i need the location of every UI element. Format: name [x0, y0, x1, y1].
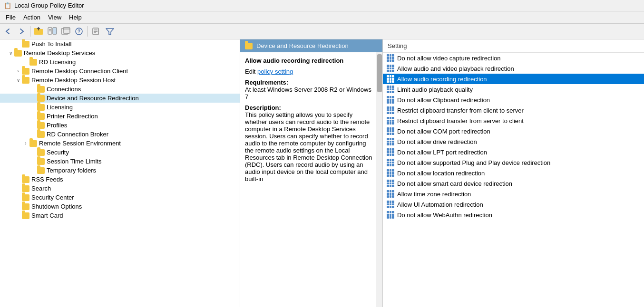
tree-item-connections[interactable]: Connections [0, 85, 240, 94]
policy-icon [387, 65, 394, 72]
svg-text:?: ? [78, 29, 80, 34]
tree-item-temporary-folders[interactable]: Temporary folders [0, 166, 240, 175]
tree-item-remote-session-env[interactable]: › Remote Session Environment [0, 139, 240, 148]
tree-item-remote-desktop-services[interactable]: ∨ Remote Desktop Services [0, 48, 240, 58]
desc-scrollbar[interactable] [376, 52, 382, 307]
expand-remote-desktop-services[interactable]: ∨ [8, 50, 13, 56]
policy-icon [387, 180, 394, 187]
setting-label-8: Do not allow drive redirection [397, 138, 477, 145]
setting-label-7: Do not allow COM port redirection [397, 128, 490, 135]
settings-panel: Setting Do not allow video capture redir… [383, 39, 644, 307]
setting-item-15[interactable]: Do not allow WebAuthn redirection [383, 210, 644, 220]
new-window-button[interactable] [59, 25, 72, 38]
folder-icon [37, 167, 45, 174]
tree-label-temporary-folders: Temporary folders [47, 167, 96, 174]
expand-rdsh[interactable]: ∨ [15, 77, 21, 83]
tree-item-profiles[interactable]: Profiles [0, 121, 240, 130]
expand-rdcc[interactable]: › [15, 68, 21, 74]
tree-label-rdsh: Remote Desktop Session Host [31, 77, 116, 84]
menu-action[interactable]: Action [20, 12, 44, 22]
tree-label-remote-session-env: Remote Session Environment [39, 140, 121, 147]
setting-item-6[interactable]: Restrict clipboard transfer from server … [383, 115, 644, 126]
tree-item-rd-licensing[interactable]: RD Licensing [0, 58, 240, 67]
tree-item-shutdown-options[interactable]: Shutdown Options [0, 202, 240, 211]
setting-item-5[interactable]: Restrict clipboard transfer from client … [383, 105, 644, 115]
expand-placeholder [30, 114, 36, 119]
desc-header-title: Device and Resource Redirection [256, 42, 349, 49]
tree-panel[interactable]: Push To Install ∨ Remote Desktop Service… [0, 39, 240, 307]
folder-icon [37, 113, 45, 120]
tree-item-security-center[interactable]: Security Center [0, 193, 240, 202]
policy-icon [387, 54, 394, 62]
help-button[interactable]: ? [73, 25, 85, 38]
desc-content[interactable]: Allow audio recording redirection Edit p… [240, 52, 382, 307]
setting-label-15: Do not allow WebAuthn redirection [397, 211, 492, 219]
menu-view[interactable]: View [44, 12, 65, 22]
setting-item-9[interactable]: Do not allow LPT port redirection [383, 147, 644, 157]
desc-scroll-thumb[interactable] [377, 54, 382, 92]
menu-help[interactable]: Help [65, 12, 86, 22]
up-button[interactable] [33, 25, 45, 38]
desc-requirements-section: Requirements: At least Windows Server 20… [245, 79, 373, 100]
tree-item-rd-connection-broker[interactable]: RD Connection Broker [0, 130, 240, 139]
setting-label-13: Allow time zone redirection [397, 191, 471, 198]
expand-placeholder [23, 59, 29, 65]
tree-item-session-time-limits[interactable]: Session Time Limits [0, 157, 240, 166]
forward-icon [18, 28, 25, 35]
desc-requirements-text: At least Windows Server 2008 R2 or Windo… [245, 86, 373, 100]
setting-item-10[interactable]: Do not allow supported Plug and Play dev… [383, 157, 644, 168]
folder-icon [29, 140, 37, 147]
policy-icon [387, 148, 394, 156]
setting-item-3[interactable]: Limit audio playback quality [383, 84, 644, 95]
up-folder-icon [34, 27, 44, 36]
setting-item-14[interactable]: Allow UI Automation redirection [383, 199, 644, 210]
tree-item-rss-feeds[interactable]: RSS Feeds [0, 175, 240, 184]
folder-icon [14, 50, 22, 57]
show-hide-console-tree[interactable] [46, 25, 59, 38]
setting-item-4[interactable]: Do not allow Clipboard redirection [383, 95, 644, 105]
policy-icon [387, 190, 394, 198]
tree-item-smart-card[interactable]: Smart Card [0, 211, 240, 220]
tree-item-search[interactable]: Search [0, 184, 240, 193]
tree-item-rdcc[interactable]: › Remote Desktop Connection Client [0, 67, 240, 76]
tree-label-printer-redirection: Printer Redirection [47, 113, 98, 120]
tree-item-rdsh[interactable]: ∨ Remote Desktop Session Host [0, 76, 240, 85]
folder-icon [37, 149, 45, 156]
properties-button[interactable] [90, 25, 103, 38]
setting-item-2[interactable]: Allow audio recording redirection [383, 74, 644, 84]
setting-label-4: Do not allow Clipboard redirection [397, 96, 490, 104]
policy-icon [387, 127, 394, 135]
back-button[interactable] [2, 25, 14, 38]
desc-policy-title: Allow audio recording redirection [245, 57, 373, 64]
policy-icon [387, 159, 394, 166]
filter-icon [105, 27, 115, 36]
setting-item-12[interactable]: Do not allow smart card device redirecti… [383, 178, 644, 189]
setting-label-10: Do not allow supported Plug and Play dev… [397, 159, 550, 166]
tree-label-security: Security [47, 149, 69, 156]
desc-policy-setting-link[interactable]: policy setting [257, 68, 293, 75]
tree-item-push-to-install[interactable]: Push To Install [0, 39, 240, 48]
settings-list[interactable]: Do not allow video capture redirection A… [383, 53, 644, 307]
expand-placeholder [30, 96, 36, 101]
setting-item-0[interactable]: Do not allow video capture redirection [383, 53, 644, 63]
forward-button[interactable] [15, 25, 28, 38]
setting-item-8[interactable]: Do not allow drive redirection [383, 136, 644, 147]
tree-item-printer-redirection[interactable]: Printer Redirection [0, 112, 240, 121]
help-icon: ? [74, 27, 84, 36]
setting-item-13[interactable]: Allow time zone redirection [383, 189, 644, 199]
expand-remote-session-env[interactable]: › [23, 141, 29, 146]
desc-header: Device and Resource Redirection [240, 39, 382, 52]
setting-item-11[interactable]: Do not allow location redirection [383, 168, 644, 178]
tree-item-licensing[interactable]: Licensing [0, 103, 240, 112]
tree-label-security-center: Security Center [31, 194, 74, 201]
expand-placeholder [30, 168, 36, 173]
menu-file[interactable]: File [2, 12, 20, 22]
filter-button[interactable] [104, 25, 116, 38]
policy-icon [387, 201, 394, 208]
folder-icon [37, 95, 45, 102]
setting-item-7[interactable]: Do not allow COM port redirection [383, 126, 644, 136]
setting-item-1[interactable]: Allow audio and video playback redirecti… [383, 63, 644, 74]
tree-item-device-resource-redirection[interactable]: Device and Resource Redirection [0, 94, 240, 103]
tree-item-security[interactable]: Security [0, 148, 240, 157]
setting-label-11: Do not allow location redirection [397, 170, 485, 177]
